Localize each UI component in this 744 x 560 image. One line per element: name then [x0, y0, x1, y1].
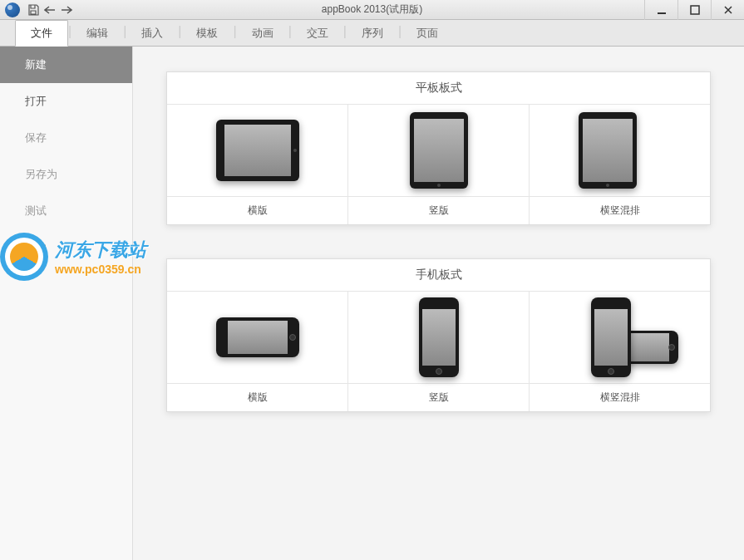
- menu-tab-3[interactable]: 模板: [181, 21, 233, 46]
- menu-tab-7[interactable]: 页面: [402, 21, 453, 46]
- phone-option-0[interactable]: 横版: [167, 292, 348, 411]
- phone-preview-icon: [348, 292, 529, 383]
- tablet-preview-icon: [167, 105, 347, 196]
- tablet-option-1[interactable]: 竖版: [348, 105, 530, 224]
- tablet-option-0[interactable]: 横版: [167, 105, 348, 224]
- tablet-option-2[interactable]: 横竖混排: [530, 105, 710, 224]
- maximize-button[interactable]: [677, 0, 711, 20]
- phone-option-1[interactable]: 竖版: [348, 292, 530, 411]
- tablet-preview-icon: [530, 105, 710, 196]
- tablet-option-label: 竖版: [348, 196, 529, 224]
- back-arrow-icon[interactable]: [42, 2, 58, 17]
- tablet-panel-title: 平板板式: [167, 72, 710, 105]
- menu-tab-4[interactable]: 动画: [237, 21, 288, 46]
- sidebar-item-2[interactable]: 保存: [0, 120, 132, 156]
- menu-tab-0[interactable]: 文件: [15, 20, 68, 47]
- title-bar: appBook 2013(试用版): [0, 0, 744, 20]
- menu-tab-1[interactable]: 编辑: [71, 21, 123, 46]
- phone-option-label: 竖版: [348, 383, 529, 411]
- window-controls: [644, 0, 744, 20]
- workspace: 新建打开保存另存为测试帮助 平板板式 横版竖版横竖混排 手机板式 横版竖版横竖混…: [0, 47, 744, 560]
- sidebar-item-3[interactable]: 另存为: [0, 156, 132, 193]
- phone-panel: 手机板式 横版竖版横竖混排: [166, 258, 711, 412]
- minimize-button[interactable]: [644, 0, 677, 20]
- menu-tab-6[interactable]: 序列: [347, 21, 398, 46]
- close-button[interactable]: [711, 0, 744, 20]
- tablet-preview-icon: [348, 105, 529, 196]
- forward-arrow-icon[interactable]: [58, 2, 75, 17]
- phone-options: 横版竖版横竖混排: [167, 292, 710, 411]
- app-icon: [5, 2, 20, 17]
- save-icon[interactable]: [25, 2, 42, 17]
- sidebar-item-1[interactable]: 打开: [0, 83, 132, 120]
- sidebar: 新建打开保存另存为测试帮助: [0, 47, 133, 560]
- svg-rect-1: [691, 6, 699, 14]
- phone-option-2[interactable]: 横竖混排: [530, 292, 710, 411]
- window-title: appBook 2013(试用版): [322, 2, 422, 17]
- tablet-panel: 平板板式 横版竖版横竖混排: [166, 71, 711, 225]
- sidebar-item-4[interactable]: 测试: [0, 193, 132, 229]
- phone-preview-icon: [530, 292, 710, 383]
- menu-bar: 文件|编辑|插入|模板|动画|交互|序列|页面: [0, 20, 744, 47]
- sidebar-item-0[interactable]: 新建: [0, 47, 132, 83]
- phone-preview-icon: [167, 292, 347, 383]
- tablet-option-label: 横版: [167, 196, 347, 224]
- phone-option-label: 横竖混排: [530, 383, 710, 411]
- menu-tab-2[interactable]: 插入: [126, 21, 178, 46]
- phone-panel-title: 手机板式: [167, 259, 710, 292]
- svg-rect-0: [658, 12, 666, 14]
- phone-option-label: 横版: [167, 383, 347, 411]
- menu-tab-5[interactable]: 交互: [292, 21, 343, 46]
- sidebar-item-5[interactable]: 帮助: [0, 229, 132, 266]
- main-content: 平板板式 横版竖版横竖混排 手机板式 横版竖版横竖混排: [133, 47, 744, 560]
- tablet-option-label: 横竖混排: [530, 196, 710, 224]
- tablet-options: 横版竖版横竖混排: [167, 105, 710, 224]
